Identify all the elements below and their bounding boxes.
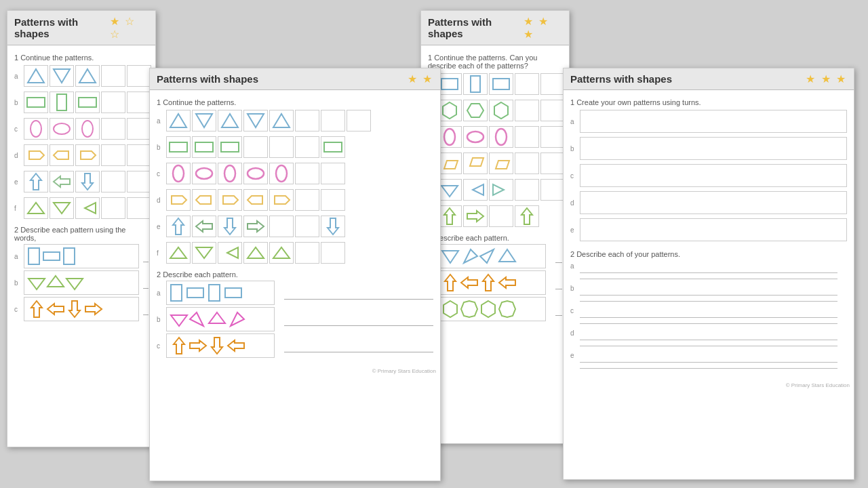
ws2-desc-line-a <box>284 299 433 300</box>
ws3-desc-shapes-a <box>437 244 546 268</box>
ws4-blank-d <box>580 191 847 214</box>
ws1-c-blank2 <box>127 118 151 140</box>
ws1-e-cell2 <box>50 171 74 192</box>
ws1-section2-title: 2 Describe each pattern using the words, <box>14 226 149 242</box>
svg-marker-92 <box>461 277 477 288</box>
svg-marker-22 <box>47 276 64 287</box>
ws1-row-e: e <box>14 169 149 194</box>
ws4-desc-c-wrap: c <box>570 307 847 324</box>
ws2-c-blank1 <box>295 163 319 184</box>
ws2-row-e: e <box>157 214 433 239</box>
ws3-desc-line-c <box>555 315 562 316</box>
ws1-a-blank2 <box>127 65 151 87</box>
ws2-label-a: a <box>157 117 166 125</box>
svg-rect-34 <box>195 142 213 152</box>
ws2-desc-line-b <box>284 325 433 326</box>
svg-marker-97 <box>481 301 495 317</box>
ws1-header: Patterns with shapes ★ ☆ ☆ <box>7 11 155 45</box>
ws1-a-blank1 <box>101 65 125 87</box>
ws3-c-blank2 <box>540 126 565 148</box>
ws2-body: 1 Continue the patterns. a b <box>150 90 440 365</box>
svg-point-8 <box>82 121 93 137</box>
ws4-blank-e <box>580 218 847 241</box>
ws1-desc-line-a <box>143 262 149 262</box>
svg-rect-71 <box>493 79 509 89</box>
ws1-a-cell2 <box>50 65 74 87</box>
ws1-desc-label-c: c <box>14 306 24 313</box>
ws1-d-cell3 <box>75 144 100 166</box>
ws3-c-cell3 <box>489 126 513 148</box>
ws1-row-f: f <box>14 196 149 220</box>
ws2-label-d: d <box>157 197 166 204</box>
svg-marker-10 <box>54 151 68 159</box>
svg-rect-60 <box>225 288 241 298</box>
svg-marker-1 <box>54 69 70 83</box>
ws4-row-a: a <box>570 109 847 134</box>
svg-marker-66 <box>190 340 206 351</box>
ws2-b-cell4 <box>321 136 345 158</box>
ws2-e-cell4 <box>243 216 268 237</box>
ws4-row-e: e <box>570 218 847 242</box>
ws2-label-e: e <box>157 223 166 230</box>
ws2-b-cell1 <box>166 136 191 158</box>
svg-marker-44 <box>223 196 238 204</box>
svg-marker-98 <box>499 301 515 317</box>
ws3-f-cell3 <box>515 205 539 227</box>
ws1-b-blank2 <box>127 92 151 113</box>
ws3-b-cell3 <box>489 100 513 121</box>
svg-marker-96 <box>461 301 477 317</box>
ws1-desc-label-a: a <box>14 253 24 260</box>
svg-marker-54 <box>227 247 238 258</box>
worksheet-2: Patterns with shapes ★ ★ 1 Continue the … <box>149 68 441 481</box>
ws1-row-c: c <box>14 117 149 141</box>
ws1-b-cell1 <box>24 92 48 113</box>
ws4-desc-line-c1 <box>580 317 837 318</box>
ws1-f-blank2 <box>127 197 151 219</box>
svg-marker-63 <box>209 312 225 323</box>
svg-marker-30 <box>222 114 238 127</box>
ws4-section2-title: 2 Describe each of your patterns. <box>570 250 847 258</box>
svg-point-75 <box>444 129 455 145</box>
ws1-f-cell1 <box>24 197 48 219</box>
ws2-c-cell4 <box>243 163 268 184</box>
ws4-stars: ★ ★ ★ <box>806 73 847 85</box>
svg-marker-24 <box>31 301 42 317</box>
ws2-row-b: b <box>157 135 433 159</box>
svg-marker-42 <box>172 196 186 204</box>
ws4-desc-line-b2 <box>580 301 837 302</box>
ws4-desc-label-a: a <box>570 262 847 270</box>
ws3-row-c: c <box>428 125 562 149</box>
ws1-label-c: c <box>14 125 24 133</box>
ws1-section1-title: 1 Continue the patterns. <box>14 54 149 62</box>
ws1-desc-shapes-c <box>24 297 139 321</box>
ws3-b-blank1 <box>515 100 539 121</box>
ws2-desc-label-c: c <box>157 342 166 350</box>
ws4-blank-b <box>580 137 847 160</box>
ws2-c-cell3 <box>218 163 242 184</box>
svg-marker-32 <box>273 114 290 127</box>
ws4-label-a: a <box>570 118 580 125</box>
svg-marker-79 <box>470 158 484 166</box>
svg-marker-23 <box>66 279 83 289</box>
svg-rect-36 <box>324 142 342 152</box>
svg-marker-12 <box>31 174 41 190</box>
ws3-e-cell2 <box>463 179 488 201</box>
ws2-d-blank2 <box>321 189 345 211</box>
svg-rect-18 <box>28 248 39 264</box>
ws3-d-cell3 <box>489 152 513 174</box>
ws3-a-cell1 <box>437 73 462 95</box>
svg-point-7 <box>54 123 70 134</box>
ws1-row-b: b <box>14 90 149 115</box>
ws3-desc-c: c <box>428 297 562 321</box>
ws2-b-cell2 <box>192 136 216 158</box>
ws2-a-blank3 <box>347 110 371 131</box>
ws1-d-blank2 <box>127 144 151 166</box>
ws2-d-cell5 <box>269 189 294 211</box>
ws1-d-cell1 <box>24 144 48 166</box>
ws1-row-d: d <box>14 143 149 167</box>
ws4-desc-b-wrap: b <box>570 285 847 302</box>
ws2-desc-shapes-b <box>166 307 275 331</box>
ws3-title: Patterns with shapes <box>428 16 524 39</box>
svg-marker-85 <box>467 211 484 222</box>
ws1-row-a: a <box>14 64 149 88</box>
